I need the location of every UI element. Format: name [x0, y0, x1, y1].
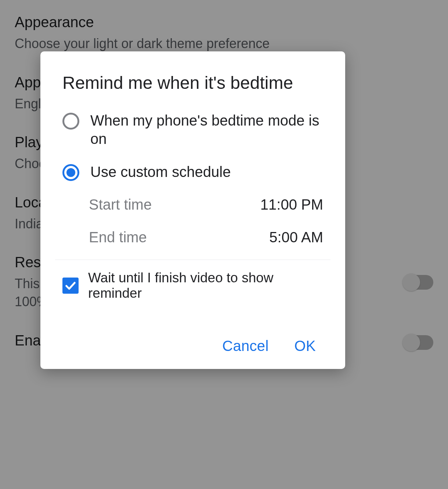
modal-overlay[interactable]: Remind me when it's bedtime When my phon… [0, 0, 448, 489]
start-time-row[interactable]: Start time 11:00 PM [40, 188, 345, 221]
check-icon [64, 279, 77, 292]
checkbox-checked-icon [62, 278, 79, 294]
checkbox-label: Wait until I finish video to show remind… [88, 270, 323, 301]
radio-option-custom-schedule[interactable]: Use custom schedule [40, 155, 345, 188]
radio-label: When my phone's bedtime mode is on [90, 111, 323, 148]
dialog-title: Remind me when it's bedtime [40, 51, 345, 104]
end-time-row[interactable]: End time 5:00 AM [40, 221, 345, 254]
radio-checked-icon [62, 164, 79, 181]
start-time-label: Start time [89, 196, 152, 213]
radio-label: Use custom schedule [90, 163, 231, 181]
ok-button[interactable]: OK [295, 338, 316, 354]
end-time-value: 5:00 AM [269, 229, 323, 246]
wait-until-finish-checkbox-row[interactable]: Wait until I finish video to show remind… [40, 260, 345, 305]
end-time-label: End time [89, 229, 147, 246]
radio-option-phone-bedtime[interactable]: When my phone's bedtime mode is on [40, 104, 345, 155]
start-time-value: 11:00 PM [260, 196, 323, 213]
radio-unchecked-icon [62, 113, 79, 130]
dialog-actions: Cancel OK [40, 305, 345, 358]
cancel-button[interactable]: Cancel [222, 338, 268, 354]
bedtime-reminder-dialog: Remind me when it's bedtime When my phon… [40, 51, 345, 369]
